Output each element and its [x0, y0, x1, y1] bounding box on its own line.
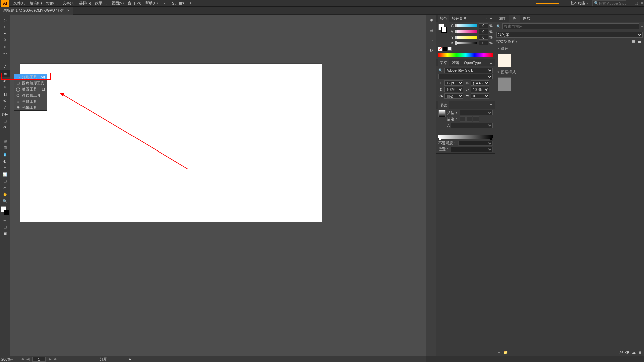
flyout-polygon[interactable]: ⬡ 多边形工具 [14, 92, 47, 98]
graph-tool[interactable]: 📊 [0, 171, 10, 178]
vscale-select[interactable]: 100% [444, 87, 463, 92]
libraries-icon[interactable]: ▤ [428, 26, 435, 34]
type-tool[interactable]: T [0, 57, 10, 64]
add-content-icon[interactable]: ＋ [497, 350, 501, 355]
brushes-icon[interactable]: ▭ [428, 36, 435, 44]
eraser-tool[interactable]: ◧ [0, 90, 10, 97]
cloud-sync-icon[interactable]: ☁ [632, 350, 636, 355]
rotate-tool[interactable]: ⟲ [0, 97, 10, 104]
white-swatch[interactable] [448, 47, 452, 51]
gradient-ramp[interactable] [438, 135, 493, 139]
symbol-tool[interactable]: ✲ [0, 164, 10, 171]
curvature-tool[interactable]: 〰 [0, 50, 10, 57]
eyedropper-tool[interactable]: 💧 [0, 151, 10, 158]
kerning-select[interactable]: 自动 [444, 93, 463, 99]
color-guide-tab[interactable]: 颜色参考 [450, 15, 469, 22]
line-tool[interactable]: ╱ [0, 64, 10, 70]
draw-mode[interactable]: ◫ [0, 223, 10, 230]
workspace-switcher[interactable]: 基本功能 [568, 0, 591, 6]
last-artboard-icon[interactable]: ⏭ [53, 357, 58, 361]
selection-tool[interactable]: ▷ [0, 17, 10, 23]
flyout-star[interactable]: ☆ 星形工具 [14, 98, 47, 104]
layers-tab[interactable]: 图层 [520, 15, 534, 22]
library-style-swatch[interactable] [498, 77, 511, 91]
hand-tool[interactable]: ✋ [0, 191, 10, 198]
perspective-tool[interactable]: ▱ [0, 131, 10, 137]
width-tool[interactable]: ▷▶ [0, 111, 10, 117]
flyout-rectangle[interactable]: ▭ 矩形工具 (M) [14, 74, 47, 80]
preferences-icon[interactable]: St [171, 1, 176, 6]
color-themes-icon[interactable]: ◉ [428, 16, 435, 23]
fill-stroke-swatch[interactable] [1, 206, 9, 215]
grid-view-icon[interactable]: ▦ [632, 39, 637, 44]
search-dropdown[interactable] [641, 24, 643, 28]
color-section-header[interactable]: 颜色 [495, 45, 644, 52]
mesh-tool[interactable]: ▦ [0, 137, 10, 144]
library-search-input[interactable] [502, 23, 639, 29]
panel-menu-icon[interactable]: ≡ [490, 61, 494, 65]
menu-object[interactable]: 对象(O) [44, 0, 61, 7]
style-section-header[interactable]: 图层样式 [495, 68, 644, 76]
stock-search-input[interactable] [599, 1, 626, 5]
artboard-number[interactable] [32, 357, 46, 362]
gradient-preview[interactable] [438, 110, 446, 117]
direct-selection-tool[interactable]: ▹ [0, 23, 10, 30]
none-swatch[interactable] [438, 47, 442, 51]
lasso-tool[interactable]: ঔ [0, 37, 10, 44]
shape-builder-tool[interactable]: ◔ [0, 124, 10, 131]
hscale-select[interactable]: 100% [471, 87, 489, 92]
artboard-tool[interactable]: ▢ [0, 178, 10, 184]
menu-effect[interactable]: 效果(C) [93, 0, 109, 7]
maximize-button[interactable]: ▢ [634, 1, 639, 6]
close-tab-icon[interactable]: ✕ [67, 9, 70, 12]
screen-mode[interactable]: ▣ [0, 230, 10, 237]
magic-wand-tool[interactable]: ✦ [0, 30, 10, 37]
status-menu-icon[interactable]: ▸ [129, 357, 131, 361]
stock-search[interactable]: 🔍 [592, 0, 626, 6]
scale-tool[interactable]: ⤢ [0, 104, 10, 111]
character-tab[interactable]: 字符 [438, 59, 449, 66]
stroke-color[interactable] [4, 210, 9, 215]
cyan-value[interactable] [479, 23, 488, 28]
gradient-tool[interactable]: ▥ [0, 144, 10, 151]
close-button[interactable]: ✕ [639, 1, 644, 6]
stroke-grad-1[interactable] [460, 116, 466, 122]
pen-tool[interactable]: ✒ [0, 44, 10, 50]
menu-window[interactable]: 窗口(W) [126, 0, 143, 7]
stroke-grad-2[interactable] [466, 116, 472, 122]
gradient-stop-start[interactable] [438, 138, 441, 141]
next-artboard-icon[interactable]: ▶ [48, 357, 52, 361]
trash-icon[interactable]: 🗑 [638, 351, 642, 355]
opentype-tab[interactable]: OpenType [462, 59, 483, 66]
magenta-slider[interactable] [455, 30, 477, 33]
panel-menu-icon[interactable]: ≡ [490, 16, 494, 20]
paintbrush-tool[interactable]: 🖌 [0, 77, 10, 84]
library-select[interactable]: 我的库 [496, 32, 643, 38]
flyout-ellipse[interactable]: ◯ 椭圆工具 (L) [14, 86, 47, 92]
libraries-tab[interactable]: 库 [509, 15, 520, 22]
gradient-tab[interactable]: 渐变 [438, 101, 449, 109]
menu-file[interactable]: 文件(F) [11, 0, 28, 7]
leading-select[interactable]: (14.4 ) [471, 80, 489, 86]
yellow-slider[interactable] [455, 36, 477, 39]
menu-edit[interactable]: 编辑(E) [28, 0, 44, 7]
minimize-button[interactable]: — [629, 1, 633, 6]
menu-select[interactable]: 选择(S) [77, 0, 93, 7]
library-color-swatch[interactable] [498, 54, 511, 67]
menu-help[interactable]: 帮助(H) [143, 0, 160, 7]
menu-type[interactable]: 文字(T) [61, 0, 77, 7]
font-style-select[interactable]: - [438, 74, 493, 79]
gradient-angle[interactable] [451, 123, 493, 128]
cyan-slider[interactable] [455, 24, 477, 27]
black-value[interactable] [479, 41, 488, 45]
slice-tool[interactable]: ✂ [0, 184, 10, 191]
tracking-select[interactable]: 0 [471, 93, 489, 99]
first-artboard-icon[interactable]: ⏮ [20, 357, 25, 361]
font-family-select[interactable]: Adobe 宋体 Std L [444, 68, 493, 73]
stop-location[interactable] [451, 147, 493, 152]
free-transform-tool[interactable]: ⬚ [0, 117, 10, 124]
appearance-icon[interactable]: ◐ [428, 46, 435, 54]
black-swatch[interactable] [443, 47, 447, 51]
arrange-icon[interactable]: ▦▾ [179, 1, 184, 6]
color-mode-row[interactable]: ▪▫ [0, 217, 10, 223]
